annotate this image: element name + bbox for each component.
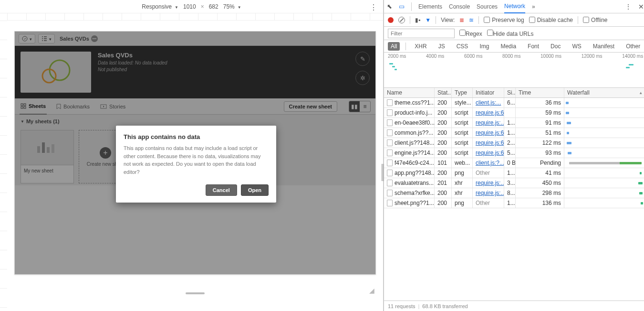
type-filter-font[interactable]: Font bbox=[525, 42, 542, 51]
table-row[interactable]: common.js??...200scriptrequire.js:61...5… bbox=[384, 128, 644, 138]
cancel-button[interactable]: Cancel bbox=[206, 184, 237, 196]
filter-icon[interactable]: ▼ bbox=[425, 17, 431, 23]
open-button[interactable]: Open bbox=[241, 184, 269, 196]
table-row[interactable]: product-info.j...200scriptrequire.js:659… bbox=[384, 108, 644, 118]
tab-elements[interactable]: Elements bbox=[418, 3, 442, 10]
table-row[interactable]: sheet.png??1...200pngOther1...136 ms bbox=[384, 198, 644, 208]
file-icon bbox=[387, 170, 393, 176]
file-icon bbox=[387, 150, 393, 156]
table-row[interactable]: engine.js??14...200scriptrequire.js:65..… bbox=[384, 148, 644, 158]
clear-icon[interactable] bbox=[398, 17, 405, 23]
hide-data-urls-checkbox[interactable]: Hide data URLs bbox=[487, 30, 534, 37]
tab-network[interactable]: Network bbox=[504, 0, 525, 13]
edit-button[interactable]: ✎ bbox=[355, 52, 370, 66]
timeline-overview[interactable]: 2000 ms4000 ms6000 ms8000 ms10000 ms1200… bbox=[384, 53, 644, 88]
camera-icon[interactable]: ▮▪ bbox=[415, 17, 420, 23]
viewport-height[interactable]: 682 bbox=[209, 3, 218, 10]
request-count: 11 requests bbox=[388, 303, 415, 309]
sheet-label: My new sheet bbox=[21, 165, 73, 182]
type-filter-css[interactable]: CSS bbox=[454, 42, 471, 51]
type-filter-media[interactable]: Media bbox=[498, 42, 519, 51]
device-mode-select[interactable]: Responsive bbox=[142, 3, 178, 10]
inspect-icon[interactable]: ⬉ bbox=[387, 3, 392, 10]
play-icon bbox=[100, 104, 107, 109]
record-icon[interactable] bbox=[388, 17, 394, 23]
grid-view-icon[interactable]: ▮▮ bbox=[349, 101, 360, 112]
tab-stories[interactable]: Stories bbox=[99, 98, 126, 115]
scroll-handle[interactable] bbox=[186, 292, 205, 294]
app-publish-status: Not published bbox=[98, 66, 167, 73]
svg-rect-3 bbox=[21, 104, 23, 106]
grid-icon bbox=[21, 103, 26, 109]
list-icon bbox=[42, 36, 47, 42]
table-row[interactable]: evaluatetrans...201xhrrequire.js:...3...… bbox=[384, 178, 644, 188]
app-header: Sales QVDs Data last loaded: No data loa… bbox=[15, 46, 375, 98]
more-tabs-icon[interactable]: » bbox=[532, 3, 535, 10]
device-mode-icon[interactable]: ▭ bbox=[399, 3, 405, 10]
preserve-log-checkbox[interactable]: Preserve log bbox=[484, 17, 524, 23]
close-icon[interactable]: ✕ bbox=[638, 3, 644, 11]
plus-icon: + bbox=[100, 147, 111, 159]
devtools-menu-icon[interactable]: ⋮ bbox=[625, 3, 632, 11]
offline-checkbox[interactable]: Offline bbox=[583, 17, 607, 23]
view-toggle[interactable]: ▮▮ ≡ bbox=[349, 101, 371, 112]
svg-rect-6 bbox=[24, 107, 26, 108]
svg-rect-10 bbox=[47, 147, 50, 153]
regex-checkbox[interactable]: Regex bbox=[459, 30, 482, 37]
type-filter-doc[interactable]: Doc bbox=[548, 42, 563, 51]
settings-button[interactable]: ✲ bbox=[355, 71, 370, 85]
type-filter-xhr[interactable]: XHR bbox=[412, 42, 429, 51]
splitter-handle[interactable] bbox=[382, 164, 384, 181]
app-badge-icon: ••• bbox=[91, 35, 98, 42]
type-filter-other[interactable]: Other bbox=[623, 42, 643, 51]
nav-menu-button[interactable] bbox=[19, 34, 35, 43]
overview-icon[interactable]: ≊ bbox=[469, 17, 474, 23]
large-rows-icon[interactable]: ≣ bbox=[459, 17, 464, 23]
app-title: Sales QVDs••• bbox=[60, 35, 98, 42]
network-toolbar: ▮▪ ▼ View: ≣ ≊ Preserve log Disable cach… bbox=[384, 13, 644, 27]
tab-bookmarks[interactable]: Bookmarks bbox=[55, 98, 91, 115]
type-filter-js[interactable]: JS bbox=[436, 42, 448, 51]
device-menu-icon[interactable]: ⋮ bbox=[370, 3, 377, 12]
table-row[interactable]: client.js??148...200scriptrequire.js:62.… bbox=[384, 138, 644, 148]
table-row[interactable]: f47e46c9-c24...101web...client.js:?...0 … bbox=[384, 158, 644, 168]
app-data-status: Data last loaded: No data loaded bbox=[98, 60, 167, 66]
svg-rect-8 bbox=[37, 146, 40, 153]
type-filter-ws[interactable]: WS bbox=[569, 42, 584, 51]
table-row[interactable]: en-0eaee38f0...200scriptrequire.js:...1.… bbox=[384, 118, 644, 128]
table-row[interactable]: app.png??148...200pngOther1...41 ms bbox=[384, 168, 644, 178]
svg-rect-9 bbox=[42, 142, 45, 153]
sheet-card[interactable]: My new sheet bbox=[21, 130, 74, 183]
app-name: Sales QVDs bbox=[98, 52, 167, 59]
type-filter-manifest[interactable]: Manifest bbox=[590, 42, 617, 51]
filter-input[interactable] bbox=[388, 29, 455, 38]
file-icon bbox=[387, 180, 393, 186]
view-label: View: bbox=[441, 17, 455, 23]
create-sheet-button[interactable]: Create new sheet bbox=[284, 101, 337, 112]
table-row[interactable]: schema?xrfke...200xhrrequire.js:...8...2… bbox=[384, 188, 644, 198]
zoom-select[interactable]: 75% bbox=[223, 3, 241, 10]
tab-sheets[interactable]: Sheets bbox=[20, 98, 47, 115]
network-filter-bar: Regex Hide data URLs bbox=[384, 27, 644, 40]
bookmark-icon bbox=[56, 104, 61, 109]
emulated-viewport: Sales QVDs••• Sales QVDs Data last loade… bbox=[14, 31, 376, 275]
devtools-tabs: ⬉ ▭ Elements Console Sources Network » ⋮… bbox=[384, 0, 644, 13]
network-table: Name Stat... Type Initiator Si... Time W… bbox=[384, 88, 644, 300]
viewport-width[interactable]: 1010 bbox=[183, 3, 196, 10]
svg-rect-4 bbox=[24, 104, 26, 106]
table-header[interactable]: Name Stat... Type Initiator Si... Time W… bbox=[384, 88, 644, 98]
svg-rect-5 bbox=[21, 107, 23, 108]
type-filter-img[interactable]: Img bbox=[477, 42, 492, 51]
tab-console[interactable]: Console bbox=[449, 3, 470, 10]
type-filter-all[interactable]: All bbox=[388, 42, 400, 51]
svg-rect-11 bbox=[52, 144, 54, 153]
device-toolbar: Responsive 1010 × 682 75% ⋮ bbox=[0, 0, 383, 13]
view-menu-button[interactable] bbox=[38, 34, 55, 43]
file-icon bbox=[387, 109, 393, 116]
list-view-icon[interactable]: ≡ bbox=[360, 101, 370, 112]
disable-cache-checkbox[interactable]: Disable cache bbox=[529, 17, 573, 23]
resize-handle-icon[interactable]: ◢ bbox=[369, 287, 374, 294]
tab-sources[interactable]: Sources bbox=[477, 3, 498, 10]
dialog-title: This app contains no data bbox=[116, 126, 276, 144]
table-row[interactable]: theme.css??1...200style...client.js:...6… bbox=[384, 98, 644, 108]
